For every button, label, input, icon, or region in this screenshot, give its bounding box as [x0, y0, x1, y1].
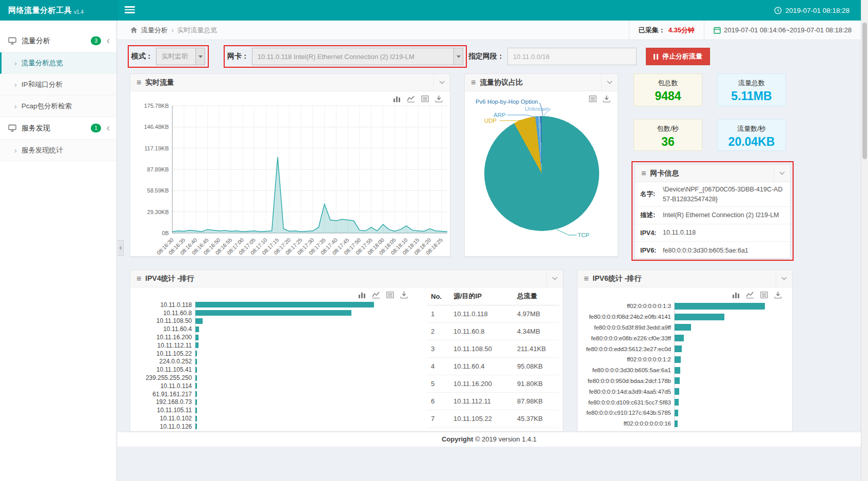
toolbar-line-chart-icon[interactable] — [372, 291, 380, 299]
toolbar-data-view-icon[interactable] — [760, 291, 768, 299]
hbar-category-label: 10.11.0.118 — [134, 301, 195, 309]
stop-analysis-button[interactable]: 停止分析流量 — [646, 48, 710, 65]
sidebar-item-service-stats[interactable]: › 服务发现统计 — [0, 140, 116, 161]
chevron-down-icon — [779, 171, 785, 175]
sidebar-group-traffic-analysis[interactable]: 流量分析 3 — [0, 30, 116, 52]
panel-collapse-button[interactable] — [776, 270, 792, 287]
toolbar-bar-chart-icon[interactable] — [732, 291, 740, 299]
realtime-traffic-chart[interactable]: 0B29.30KB58.59KB87.89KB117.19KB146.48KB1… — [132, 95, 449, 256]
home-icon — [130, 27, 137, 33]
nic-selected-value: 10.11.0.118 Intel(R) Ethernet Connection… — [258, 53, 449, 61]
panel-collapse-button[interactable] — [433, 74, 450, 91]
hbar-track — [195, 301, 422, 309]
chevron-left-icon — [119, 246, 122, 250]
panel-collapse-button[interactable] — [546, 270, 563, 287]
toolbar-data-view-icon[interactable] — [386, 291, 394, 299]
sidebar-item-pcap-search[interactable]: › Pcap包分析检索 — [0, 95, 116, 117]
hbar-track — [195, 374, 422, 382]
hbar-category-label: ff02:0:0:0:0:0:0:16 — [581, 420, 674, 427]
stat-label: 包数/秒 — [634, 124, 702, 133]
sidebar-toggle-button[interactable] — [125, 6, 135, 14]
capture-range-cell: 2019-07-01 08:14:06~2019-07-01 08:18:28 — [704, 21, 861, 40]
hbar — [195, 375, 197, 381]
subnet-control: 指定网段： 10.11.0.0/16 — [468, 46, 637, 67]
hbar-category-label: fe80:0:0:0:f08d:24b2:e0fb:4141 — [581, 314, 674, 320]
panel-header: ≡ IPV6统计 -排行 — [578, 270, 792, 287]
chevron-left-icon — [106, 39, 110, 44]
panel-menu-icon: ≡ — [641, 169, 646, 178]
mode-control: 模式： 实时监听 — [131, 46, 205, 67]
protocol-pie-chart[interactable] — [484, 116, 599, 231]
capture-range-text: 2019-07-01 08:14:06~2019-07-01 08:18:28 — [724, 26, 852, 34]
nic-select[interactable]: 10.11.0.118 Intel(R) Ethernet Connection… — [252, 48, 463, 65]
breadcrumb-section[interactable]: 流量分析 — [141, 26, 168, 35]
chevron-down-icon — [552, 277, 558, 280]
footer-copyright: Copyright — [442, 435, 473, 443]
toolbar-download-icon[interactable] — [435, 95, 443, 103]
panel-header: ≡ 网卡信息 — [635, 165, 790, 182]
ipv6-bar-chart[interactable]: ff02:0:0:0:0:0:1:3fe80:0:0:0:f08d:24b2:e… — [581, 301, 786, 429]
pie-label-tcp: TCP — [578, 232, 589, 238]
hbar-track — [195, 350, 422, 358]
toolbar-download-icon[interactable] — [774, 291, 782, 299]
panel-collapse-button[interactable] — [774, 165, 790, 182]
sidebar-item-traffic-overview[interactable]: › 流量分析总览 — [0, 52, 116, 74]
header-clock: 2019-07-01 08:18:28 — [774, 0, 850, 21]
nic-name-row: 名字: \Device\NPF_{067D0C05-3DBB-419C-AD57… — [635, 182, 790, 207]
nic-ipv6-value: fe80:0:0:0:3d30:b605:5ae:6a1 — [663, 246, 748, 255]
breadcrumb-bar: 流量分析 › 实时流量总览 已采集： 4.35分钟 2019-07-01 08:… — [117, 21, 861, 40]
toolbar-bar-chart-icon[interactable] — [393, 95, 401, 103]
toolbar-download-icon[interactable] — [603, 95, 610, 103]
hbar — [195, 342, 199, 348]
toolbar-line-chart-icon[interactable] — [746, 291, 754, 299]
hbar-track — [674, 365, 786, 376]
toolbar-line-chart-icon[interactable] — [407, 95, 415, 103]
mode-select[interactable]: 实时监听 — [156, 48, 205, 65]
hbar-row: fe80:0:0:0:e08b:e226:cf0e:33ff — [581, 333, 786, 343]
stat-traffic-per-second: 流量数/秒 20.04KB — [717, 119, 786, 151]
hbar-category-label: 10.11.16.200 — [134, 334, 195, 341]
toolbar-data-view-icon[interactable] — [589, 95, 597, 103]
chevron-down-icon — [439, 81, 445, 84]
panel-collapse-button[interactable] — [601, 74, 618, 91]
panel-title: 网卡信息 — [650, 169, 679, 178]
subnet-input[interactable]: 10.11.0.0/16 — [507, 48, 637, 65]
rank-cell: 5 — [427, 375, 449, 393]
nic-desc-row: 描述: Intel(R) Ethernet Connection (2) I21… — [635, 207, 790, 224]
page-scrollbar — [861, 0, 868, 481]
hbar-row: 10.11.60.4 — [134, 325, 422, 333]
hbar-track — [195, 325, 422, 333]
ip-cell: 10.11.16.200 — [449, 375, 513, 393]
hbar-row: ff02:0:0:0:0:0:0:16 — [581, 418, 786, 429]
toolbar-bar-chart-icon[interactable] — [358, 291, 366, 299]
ipv4-bar-chart[interactable]: 10.11.0.11810.11.60.810.11.108.5010.11.6… — [134, 301, 422, 431]
traffic-cell: 4.97MB — [513, 305, 559, 323]
toolbar-download-icon[interactable] — [400, 291, 408, 299]
ip-cell: 10.11.0.118 — [449, 305, 513, 323]
toolbar-data-view-icon[interactable] — [421, 95, 429, 103]
app-title: 网络流量分析工具 — [8, 6, 72, 15]
scrollbar-thumb[interactable] — [862, 23, 867, 159]
hbar-category-label: 61.91.161.217 — [134, 391, 195, 398]
traffic-cell: 4.34MB — [513, 323, 559, 340]
table-row: 710.11.105.2245.37KB — [427, 410, 559, 428]
hbar-row: 10.11.0.126 — [134, 422, 422, 431]
hbar — [675, 377, 680, 384]
pause-icon — [654, 54, 658, 60]
nic-desc-value: Intel(R) Ethernet Connection (2) I219-LM — [663, 210, 779, 220]
sidebar-group-service-discovery[interactable]: 服务发现 1 — [0, 117, 116, 140]
hbar-row: 10.11.0.114 — [134, 382, 422, 390]
count-badge: 3 — [91, 36, 101, 45]
mode-label: 模式： — [131, 52, 153, 61]
chevron-down-icon — [781, 277, 787, 280]
sidebar-item-ip-port-analysis[interactable]: › IP和端口分析 — [0, 74, 116, 95]
monitor-icon — [8, 124, 16, 132]
pie-label-unknown: Unknown — [525, 106, 549, 112]
hbar — [675, 410, 678, 416]
calendar-icon — [714, 27, 721, 34]
traffic-cell: 91.80KB — [513, 375, 559, 393]
ip-cell: 10.11.108.50 — [449, 340, 513, 358]
sidebar-collapse-handle[interactable] — [117, 240, 124, 256]
panel-menu-icon: ≡ — [584, 275, 588, 283]
hbar-track — [674, 376, 786, 387]
